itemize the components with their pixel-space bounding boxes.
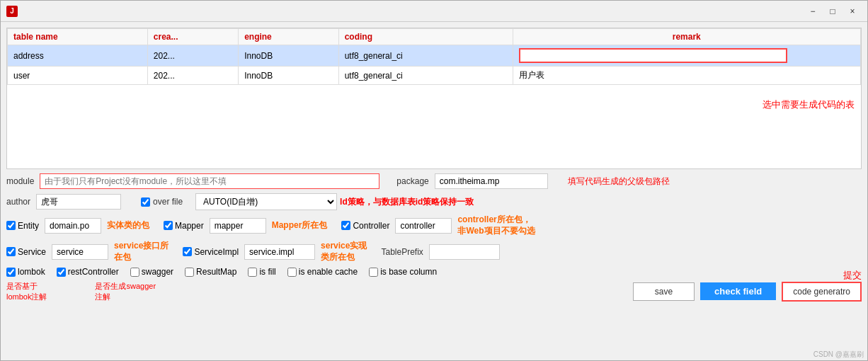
module-label: module xyxy=(6,176,34,186)
title-bar: J − □ × xyxy=(1,1,867,22)
form-section: module package 填写代码生成的父级包路径 author over … xyxy=(6,173,862,302)
author-input[interactable] xyxy=(36,194,121,210)
tableprefix-label: TablePrefix xyxy=(381,247,423,257)
isbasecolumn-checkbox-label[interactable]: is base column xyxy=(369,267,437,277)
isenablecache-checkbox-label[interactable]: is enable cache xyxy=(287,267,358,277)
watermark: CSDN @嘉嘉刷 xyxy=(813,350,864,360)
lombok-checkbox-label[interactable]: lombok xyxy=(6,267,45,277)
mapper-annotation: Mapper所在包 xyxy=(272,219,328,231)
minimize-button[interactable]: − xyxy=(804,4,822,19)
check-field-button[interactable]: check field xyxy=(700,282,776,300)
form-row-author: author over file AUTO(ID自增) NONE INPUT A… xyxy=(6,193,862,210)
package-label: package xyxy=(396,176,428,186)
restcontroller-checkbox[interactable] xyxy=(57,268,66,277)
id-strategy-select[interactable]: AUTO(ID自增) NONE INPUT ASSIGN_ID ASSIGN_U… xyxy=(195,193,337,210)
cell-tablename: address xyxy=(8,45,148,67)
form-row-entity: Entity 实体类的包 Mapper Mapper所在包 Controller… xyxy=(6,214,862,236)
cell-engine: InnoDB xyxy=(239,45,339,67)
entity-annotation: 实体类的包 xyxy=(107,219,149,231)
col-created: crea... xyxy=(147,29,238,45)
form-row-service: Service service接口所在包 ServiceImpl service… xyxy=(6,241,862,263)
tableprefix-input[interactable] xyxy=(429,244,500,260)
close-button[interactable]: × xyxy=(843,4,862,19)
author-label: author xyxy=(6,197,30,207)
lombok-checkbox[interactable] xyxy=(6,268,16,277)
serviceimpl-annotation: service实现类所在包 xyxy=(321,241,367,263)
module-input[interactable] xyxy=(40,173,379,189)
swagger-annotation-container: 是否生成swagger注解 xyxy=(95,281,156,302)
remark-input-address[interactable] xyxy=(519,48,788,63)
service-checkbox-label[interactable]: Service xyxy=(6,247,46,257)
swagger-annotation: 是否生成swagger注解 xyxy=(95,282,156,300)
service-checkbox[interactable] xyxy=(6,247,16,256)
controller-checkbox-label[interactable]: Controller xyxy=(341,221,389,231)
data-table: table name crea... engine coding remark … xyxy=(7,28,861,85)
submit-label: 提交 xyxy=(843,269,862,282)
cell-created: 202... xyxy=(147,67,238,85)
service-input[interactable] xyxy=(52,244,108,260)
controller-annotation: controller所在包，非Web项目不要勾选 xyxy=(457,214,535,236)
main-window: J − □ × table name crea... engine coding xyxy=(0,0,868,361)
table-row[interactable]: address 202... InnoDB utf8_general_ci xyxy=(8,45,861,67)
content-area: table name crea... engine coding remark … xyxy=(1,22,867,360)
col-engine: engine xyxy=(239,29,339,45)
col-coding: coding xyxy=(338,29,513,45)
lombok-annotation: 是否基于lombok注解 xyxy=(6,282,47,300)
isbasecolumn-checkbox[interactable] xyxy=(369,268,378,277)
app-icon: J xyxy=(6,6,18,17)
resultmap-checkbox-label[interactable]: ResultMap xyxy=(185,267,236,277)
form-row-module: module package 填写代码生成的父级包路径 xyxy=(6,173,862,189)
window-controls: − □ × xyxy=(804,4,862,19)
entity-checkbox[interactable] xyxy=(6,221,16,230)
controller-checkbox[interactable] xyxy=(341,221,350,230)
resultmap-checkbox[interactable] xyxy=(185,268,194,277)
cell-coding: utf8_general_ci xyxy=(338,45,513,67)
data-table-container[interactable]: table name crea... engine coding remark … xyxy=(6,28,862,169)
mapper-input[interactable] xyxy=(210,218,266,234)
id-strategy-annotation: Id策略，与数据库表id策略保持一致 xyxy=(340,196,474,208)
col-tablename: table name xyxy=(8,29,148,45)
overfile-label[interactable]: over file xyxy=(153,197,183,207)
lombok-annotation-container: 是否基于lombok注解 xyxy=(6,281,47,302)
serviceimpl-checkbox[interactable] xyxy=(183,247,192,256)
mapper-checkbox[interactable] xyxy=(164,221,173,230)
cell-coding: utf8_general_ci xyxy=(338,67,513,85)
package-annotation: 填写代码生成的父级包路径 xyxy=(568,176,670,188)
col-remark: remark xyxy=(513,29,860,45)
cell-engine: InnoDB xyxy=(239,67,339,85)
isenablecache-checkbox[interactable] xyxy=(287,268,297,277)
cell-created: 202... xyxy=(147,45,238,67)
maximize-button[interactable]: □ xyxy=(823,4,842,19)
code-generate-button[interactable]: code generatro xyxy=(782,282,862,302)
mapper-checkbox-label[interactable]: Mapper xyxy=(164,221,204,231)
isfill-checkbox[interactable] xyxy=(248,268,257,277)
swagger-checkbox[interactable] xyxy=(130,268,139,277)
swagger-checkbox-label[interactable]: swagger xyxy=(130,267,173,277)
service-annotation: service接口所在包 xyxy=(114,241,169,263)
cell-tablename: user xyxy=(8,67,148,85)
cell-remark: 用户表 xyxy=(513,67,860,85)
restcontroller-checkbox-label[interactable]: restController xyxy=(57,267,119,277)
serviceimpl-checkbox-label[interactable]: ServiceImpl xyxy=(183,247,239,257)
serviceimpl-input[interactable] xyxy=(244,244,315,260)
form-row-checkboxes: lombok restController swagger ResultMap … xyxy=(6,267,862,277)
form-row-bottom: 是否基于lombok注解 是否生成swagger注解 提交 save check… xyxy=(6,281,862,302)
overfile-checkbox[interactable] xyxy=(141,197,150,207)
table-row[interactable]: user 202... InnoDB utf8_general_ci 用户表 xyxy=(8,67,861,85)
entity-input[interactable] xyxy=(45,218,101,234)
table-wrapper: table name crea... engine coding remark … xyxy=(6,28,862,169)
controller-input[interactable] xyxy=(395,218,452,234)
package-input[interactable] xyxy=(435,173,548,189)
save-button[interactable]: save xyxy=(633,282,695,301)
isfill-checkbox-label[interactable]: is fill xyxy=(248,267,275,277)
cell-remark xyxy=(513,45,860,67)
entity-checkbox-label[interactable]: Entity xyxy=(6,221,39,231)
